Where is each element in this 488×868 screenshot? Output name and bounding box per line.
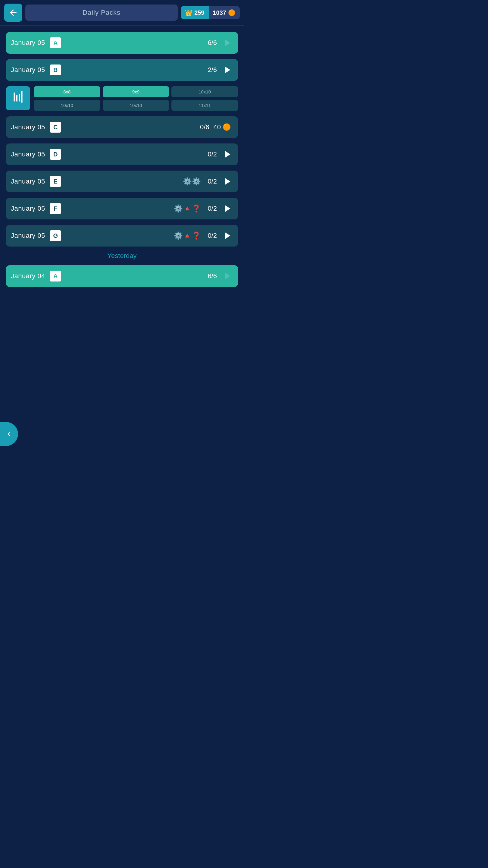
pack-row-jan05f[interactable]: January 05 F ⚙️🔺❓ 0/2 — [6, 198, 238, 219]
chart-button[interactable] — [6, 86, 30, 110]
play-button-jan05b[interactable] — [221, 64, 233, 76]
pack-date-jan05b: January 05 B — [11, 64, 203, 75]
gear-question-icon-g: ⚙️🔺❓ — [174, 231, 201, 240]
grid-btn-label-2: 10x10 — [198, 89, 211, 94]
play-icon-jan05b — [222, 64, 233, 75]
play-icon-jan05e — [222, 176, 233, 187]
grid-btn-9x9[interactable]: 9x9 — [103, 86, 169, 97]
pack-letter-badge-d: D — [50, 149, 61, 160]
back-button[interactable] — [4, 4, 22, 22]
pack-row-jan05d[interactable]: January 05 D 0/2 — [6, 144, 238, 165]
header-divider — [0, 25, 244, 26]
back-arrow-icon — [8, 8, 18, 18]
pack-score-jan05f: 0/2 — [207, 205, 217, 213]
play-icon-jan05a — [222, 37, 233, 48]
grid-btn-10x10-2[interactable]: 10x10 — [34, 100, 100, 111]
left-nav-button[interactable] — [0, 422, 18, 434]
coin-reward-jan05c: 40 🟠 — [214, 123, 231, 131]
play-icon-jan05f — [222, 203, 233, 214]
coin-box: 1037 🟠 — [209, 6, 240, 19]
pack-letter-badge-e: E — [50, 176, 61, 187]
pack-row-jan05g[interactable]: January 05 G ⚙️🔺❓ 0/2 — [6, 225, 238, 247]
coin-icon: 🟠 — [228, 9, 235, 16]
grid-btn-label-0: 8x8 — [63, 89, 70, 94]
pack-row-jan05e[interactable]: January 05 E ⚙️⚙️ 0/2 — [6, 170, 238, 192]
pack-score-jan05e: 0/2 — [207, 178, 217, 185]
chart-icon — [10, 91, 26, 106]
pack-row-jan05c[interactable]: January 05 C 0/6 40 🟠 — [6, 116, 238, 138]
play-icon-jan04a — [222, 271, 233, 281]
crown-count: 259 — [194, 9, 204, 16]
pack-letter-badge-c: C — [50, 122, 61, 133]
grid-btn-label-3: 10x10 — [61, 103, 73, 108]
pack-score-jan05a: 6/6 — [207, 39, 217, 47]
grid-btn-8x8[interactable]: 8x8 — [34, 86, 100, 97]
header: Daily Packs 👑 259 1037 🟠 — [0, 0, 244, 25]
grid-btn-10x10-3[interactable]: 10x10 — [103, 100, 169, 111]
play-button-jan04a[interactable] — [221, 270, 233, 282]
pack-letter-badge-jan04a: A — [50, 271, 61, 281]
chevron-left-icon — [5, 430, 13, 434]
pack-row-jan04a[interactable]: January 04 A 6/6 — [6, 265, 238, 287]
grid-buttons-container: 8x8 9x9 10x10 10x10 10x10 11x11 — [34, 86, 238, 111]
play-button-jan05g[interactable] — [221, 230, 233, 242]
page-title-box: Daily Packs — [25, 4, 178, 21]
grid-btn-label-5: 11x11 — [198, 103, 211, 108]
yesterday-section-label: Yesterday — [6, 252, 238, 260]
play-icon-jan05d — [222, 149, 233, 160]
pack-row-jan05a[interactable]: January 05 A 6/6 — [6, 32, 238, 54]
gear-question-icon-f: ⚙️🔺❓ — [174, 204, 201, 213]
gear-icon-e: ⚙️⚙️ — [183, 177, 201, 186]
coin-reward-icon: 🟠 — [223, 123, 231, 131]
pack-score-jan05c: 0/6 — [200, 123, 209, 131]
pack-date-jan05a: January 05 A — [11, 37, 203, 48]
currency-area: 👑 259 1037 🟠 — [181, 6, 240, 19]
crown-box: 👑 259 — [181, 6, 208, 19]
pack-score-jan05g: 0/2 — [207, 232, 217, 240]
play-button-jan05d[interactable] — [221, 148, 233, 160]
pack-letter-badge-b: B — [50, 64, 61, 75]
crown-icon: 👑 — [185, 9, 193, 16]
pack-score-jan05b: 2/6 — [207, 66, 217, 74]
pack-score-jan04a: 6/6 — [207, 272, 217, 280]
grid-btn-label-1: 9x9 — [132, 89, 139, 94]
content-area: January 05 A 6/6 January 05 B 2/6 8x8 — [0, 29, 244, 296]
pack-date-jan05c: January 05 C — [11, 122, 196, 133]
pack-date-jan04a: January 04 A — [11, 271, 203, 281]
page-title: Daily Packs — [83, 9, 121, 16]
play-button-jan05a[interactable] — [221, 37, 233, 49]
pack-date-jan05d: January 05 D — [11, 149, 203, 160]
play-icon-jan05g — [222, 230, 233, 241]
coin-reward-amount: 40 — [214, 123, 221, 131]
coin-count: 1037 — [213, 9, 227, 16]
play-button-jan05e[interactable] — [221, 176, 233, 187]
grid-btn-10x10-1[interactable]: 10x10 — [171, 86, 238, 97]
pack-letter-badge-a: A — [50, 37, 61, 48]
pack-score-jan05d: 0/2 — [207, 150, 217, 158]
pack-date-jan05e: January 05 E — [11, 176, 181, 187]
grid-btn-11x11[interactable]: 11x11 — [171, 100, 238, 111]
pack-letter-badge-f: F — [50, 203, 61, 214]
pack-row-jan05b[interactable]: January 05 B 2/6 — [6, 59, 238, 81]
pack-date-jan05f: January 05 F — [11, 203, 171, 214]
play-button-jan05f[interactable] — [221, 203, 233, 215]
grid-section: 8x8 9x9 10x10 10x10 10x10 11x11 — [6, 86, 238, 111]
grid-btn-label-4: 10x10 — [130, 103, 142, 108]
pack-date-jan05g: January 05 G — [11, 230, 171, 241]
pack-letter-badge-g: G — [50, 230, 61, 241]
